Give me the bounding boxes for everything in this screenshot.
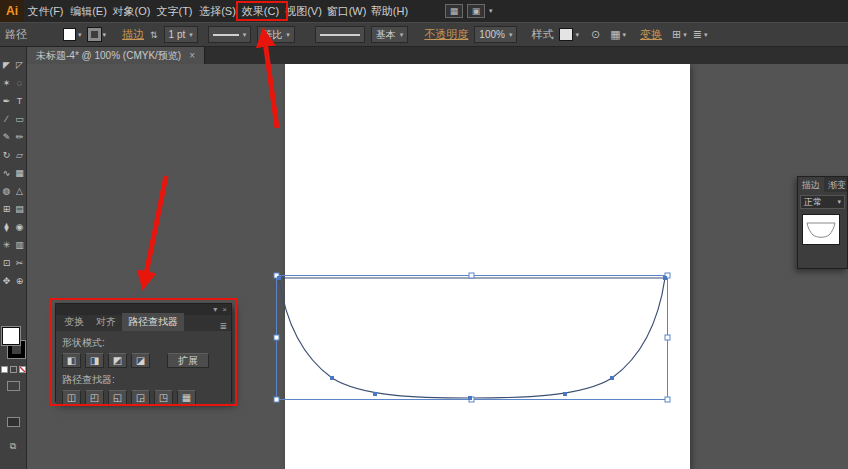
rotate-tool-icon[interactable]: ↻	[1, 146, 13, 163]
menu-help[interactable]: 帮助(H)	[368, 0, 411, 22]
tab-align[interactable]: 对齐	[90, 313, 122, 331]
style-caret-icon[interactable]: ▾	[575, 31, 579, 39]
stroke-color-control[interactable]: ▾	[88, 28, 107, 41]
lasso-tool-icon[interactable]: ◌	[14, 74, 26, 91]
menu-view[interactable]: 视图(V)	[282, 0, 325, 22]
selection-tool-icon[interactable]: ◤	[1, 56, 13, 73]
magic-wand-tool-icon[interactable]: ✶	[1, 74, 13, 91]
zoom-tool-icon[interactable]: ⊕	[14, 272, 26, 289]
menu-file[interactable]: 文件(F)	[24, 0, 67, 22]
outline-button[interactable]: ◳	[154, 390, 173, 405]
free-transform-tool-icon[interactable]: ▦	[14, 164, 26, 181]
menu-type[interactable]: 文字(T)	[153, 0, 196, 22]
tab-gradient[interactable]: 渐变	[824, 177, 848, 192]
brush-select[interactable]: 基本 ▾	[371, 26, 409, 43]
scale-tool-icon[interactable]: ▱	[14, 146, 26, 163]
minus-back-button[interactable]: ▦	[177, 390, 196, 405]
menu-object[interactable]: 对象(O)	[110, 0, 153, 22]
mesh-tool-icon[interactable]: ⊞	[1, 200, 13, 217]
isolate-icon[interactable]: ⊞	[672, 28, 681, 41]
handle-top-left[interactable]	[274, 273, 279, 278]
anchor-top-left[interactable]	[277, 276, 281, 280]
stroke-swatch-icon[interactable]	[88, 28, 101, 41]
panel-close-icon[interactable]: ×	[222, 305, 227, 314]
isolate-control[interactable]: ⊞ ▾	[672, 28, 687, 41]
shape-builder-tool-icon[interactable]: ◍	[1, 182, 13, 199]
panel-collapse-icon[interactable]: ▾	[213, 305, 217, 314]
graph-tool-icon[interactable]: ▥	[14, 236, 26, 253]
slice-tool-icon[interactable]: ✂	[14, 254, 26, 271]
opacity-select[interactable]: 100% ▾	[474, 26, 517, 43]
stroke-caret-icon[interactable]: ▾	[103, 31, 107, 39]
direct-selection-tool-icon[interactable]: ◸	[14, 56, 26, 73]
gradient-mode-button[interactable]	[10, 366, 17, 373]
artboard[interactable]	[285, 64, 690, 469]
handle-mid-left[interactable]	[274, 335, 279, 340]
menu-effect[interactable]: 效果(C)	[239, 0, 282, 22]
align-icon[interactable]: ▦	[610, 28, 620, 41]
tab-close-icon[interactable]: ×	[189, 50, 195, 61]
document-tab[interactable]: 未标题-4* @ 100% (CMYK/预览) ×	[27, 47, 205, 64]
pencil-tool-icon[interactable]: ✏	[14, 128, 26, 145]
panel-menu-icon[interactable]: ≣	[219, 321, 227, 331]
style-swatch-control[interactable]: ▾	[559, 28, 579, 41]
intersect-button[interactable]: ◩	[108, 353, 127, 368]
eyedropper-tool-icon[interactable]: ⧫	[1, 218, 13, 235]
merge-button[interactable]: ◱	[108, 390, 127, 405]
artboard-tool-icon[interactable]: ⊡	[1, 254, 13, 271]
style-swatch-icon[interactable]	[559, 28, 573, 41]
tab-stroke[interactable]: 描边	[798, 177, 824, 192]
rectangle-tool-icon[interactable]: ▭	[14, 110, 26, 127]
type-tool-icon[interactable]: T	[14, 92, 26, 109]
fill-swatch-icon[interactable]	[63, 28, 76, 41]
trim-button[interactable]: ◰	[85, 390, 104, 405]
drawing-mode-button[interactable]	[7, 381, 20, 391]
workspace-caret-icon[interactable]: ▾	[489, 7, 493, 15]
workspace-icon[interactable]: ▣	[467, 4, 485, 18]
align-control[interactable]: ▦ ▾	[610, 28, 626, 41]
options-caret-icon[interactable]: ▾	[704, 31, 708, 39]
edit-toolbar-icon[interactable]: ⧉	[10, 441, 16, 452]
color-mode-button[interactable]	[1, 366, 8, 373]
screen-mode-button[interactable]	[7, 417, 20, 427]
transform-link[interactable]: 变换	[640, 27, 662, 42]
opacity-link[interactable]: 不透明度	[424, 27, 468, 42]
recolor-icon[interactable]: ⊙	[591, 28, 600, 41]
paintbrush-tool-icon[interactable]: ✎	[1, 128, 13, 145]
menu-window[interactable]: 窗口(W)	[325, 0, 368, 22]
arrange-documents-icon[interactable]: ▦	[445, 4, 463, 18]
minus-front-button[interactable]: ◨	[85, 353, 104, 368]
unite-button[interactable]: ◧	[62, 353, 81, 368]
exclude-button[interactable]: ◪	[131, 353, 150, 368]
width-tool-icon[interactable]: ∿	[1, 164, 13, 181]
expand-button[interactable]: 扩展	[167, 353, 209, 368]
options-icon[interactable]: ≣	[693, 28, 702, 41]
isolate-caret-icon[interactable]: ▾	[683, 31, 687, 39]
variable-width-select[interactable]: ▾	[208, 26, 252, 43]
stroke-width-stepper[interactable]: ⇅	[150, 30, 158, 40]
fill-caret-icon[interactable]: ▾	[78, 31, 82, 39]
pen-tool-icon[interactable]: ✒	[1, 92, 13, 109]
symbol-sprayer-tool-icon[interactable]: ✳	[1, 236, 13, 253]
line-tool-icon[interactable]: ∕	[1, 110, 13, 127]
options-control[interactable]: ≣ ▾	[693, 28, 708, 41]
brush-line-select[interactable]	[315, 26, 365, 43]
none-mode-button[interactable]	[19, 366, 26, 373]
stroke-width-select[interactable]: 1 pt ▾	[164, 26, 198, 43]
hand-tool-icon[interactable]: ✥	[1, 272, 13, 289]
crop-button[interactable]: ◲	[131, 390, 150, 405]
divide-button[interactable]: ◫	[62, 390, 81, 405]
gradient-tool-icon[interactable]: ▤	[14, 200, 26, 217]
tab-pathfinder[interactable]: 路径查找器	[122, 313, 184, 331]
stroke-link[interactable]: 描边	[122, 27, 144, 42]
blend-mode-select[interactable]: 正常 ▾	[800, 195, 845, 209]
blend-tool-icon[interactable]: ◉	[14, 218, 26, 235]
fill-color-swatch[interactable]	[2, 327, 20, 345]
fill-color-control[interactable]: ▾	[63, 28, 82, 41]
profile-select[interactable]: 等比 ▾	[257, 26, 295, 43]
menu-select[interactable]: 选择(S)	[196, 0, 239, 22]
handle-bottom-left[interactable]	[274, 397, 279, 402]
tab-transform[interactable]: 变换	[58, 313, 90, 331]
perspective-grid-tool-icon[interactable]: △	[14, 182, 26, 199]
menu-edit[interactable]: 编辑(E)	[67, 0, 110, 22]
